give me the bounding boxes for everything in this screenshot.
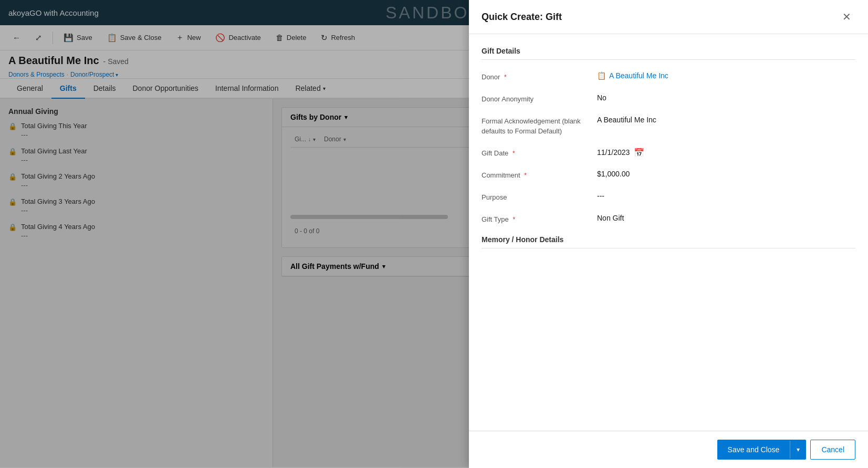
- cancel-button[interactable]: Cancel: [810, 440, 855, 460]
- gift-type-field: Gift Type * Non Gift: [482, 213, 855, 224]
- gift-type-label: Gift Type *: [482, 213, 597, 224]
- save-and-close-button[interactable]: Save and Close: [717, 440, 790, 459]
- quick-create-header: Quick Create: Gift ✕: [469, 0, 868, 34]
- donor-value[interactable]: 📋 A Beautiful Me Inc: [597, 70, 855, 80]
- quick-create-footer: Save and Close ▾ Cancel: [469, 431, 868, 467]
- commitment-required-marker: *: [524, 172, 527, 179]
- memory-honor-section: Memory / Honor Details: [482, 235, 855, 248]
- donor-record-icon: 📋: [597, 71, 606, 80]
- purpose-value: ---: [597, 191, 855, 200]
- gift-type-value: Non Gift: [597, 213, 855, 222]
- quick-create-panel: Quick Create: Gift ✕ Gift Details Donor …: [469, 0, 868, 467]
- gift-date-required-marker: *: [513, 150, 515, 157]
- donor-anonymity-field: Donor Anonymity No: [482, 92, 855, 104]
- save-close-chevron-icon: ▾: [797, 446, 800, 453]
- purpose-field: Purpose ---: [482, 191, 855, 202]
- gift-date-label: Gift Date *: [482, 147, 597, 158]
- donor-required-marker: *: [504, 74, 507, 81]
- formal-acknowledgement-label: Formal Acknowledgement (blank defaults t…: [482, 115, 597, 136]
- commitment-value: $1,000.00: [597, 169, 855, 178]
- save-and-close-dropdown-button[interactable]: ▾: [790, 441, 806, 459]
- gift-date-value: 11/1/2023 📅: [597, 147, 855, 158]
- purpose-label: Purpose: [482, 191, 597, 202]
- quick-create-body: Gift Details Donor * 📋 A Beautiful Me In…: [469, 34, 868, 431]
- quick-create-title: Quick Create: Gift: [482, 12, 562, 23]
- formal-acknowledgement-value: A Beautiful Me Inc: [597, 115, 855, 124]
- donor-anonymity-value: No: [597, 92, 855, 102]
- calendar-icon[interactable]: 📅: [634, 148, 644, 158]
- gift-date-field: Gift Date * 11/1/2023 📅: [482, 147, 855, 158]
- commitment-label: Commitment *: [482, 169, 597, 180]
- close-icon: ✕: [842, 11, 851, 23]
- gift-type-required-marker: *: [513, 216, 515, 223]
- memory-honor-title: Memory / Honor Details: [482, 235, 855, 248]
- date-wrapper: 11/1/2023 📅: [597, 148, 855, 158]
- donor-anonymity-label: Donor Anonymity: [482, 92, 597, 104]
- quick-create-close-button[interactable]: ✕: [838, 8, 855, 25]
- commitment-field: Commitment * $1,000.00: [482, 169, 855, 180]
- donor-field: Donor * 📋 A Beautiful Me Inc: [482, 70, 855, 82]
- gift-details-section-title: Gift Details: [482, 47, 855, 60]
- donor-label: Donor *: [482, 70, 597, 82]
- save-and-close-button-group: Save and Close ▾: [717, 440, 807, 460]
- formal-acknowledgement-field: Formal Acknowledgement (blank defaults t…: [482, 115, 855, 136]
